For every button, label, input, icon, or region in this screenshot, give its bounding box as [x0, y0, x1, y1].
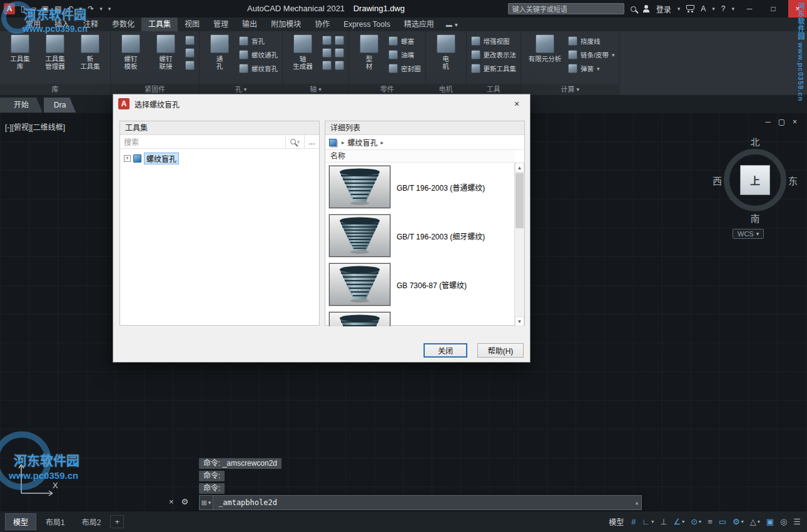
- help-dropdown-icon[interactable]: ▾: [731, 6, 734, 12]
- selection-cycling-icon[interactable]: ▭: [719, 517, 726, 526]
- drawing-minimize-icon[interactable]: ─: [765, 118, 771, 126]
- shaft-tool-icon-6[interactable]: [335, 61, 344, 70]
- start-tab[interactable]: 开始: [0, 98, 43, 113]
- tab-addins[interactable]: 附加模块: [264, 18, 308, 31]
- breadcrumb-arrow-icon[interactable]: ▸: [381, 139, 384, 146]
- workspace-gear-icon[interactable]: ⚙▾: [733, 517, 744, 526]
- toolset-search-button[interactable]: ▾: [285, 135, 304, 148]
- redo-dropdown-icon[interactable]: ▾: [99, 6, 103, 12]
- scrollbar-thumb[interactable]: [515, 173, 524, 228]
- layout-tab-2[interactable]: 布局2: [74, 514, 109, 529]
- annotation-scale-icon[interactable]: △▾: [750, 517, 760, 526]
- tree-item-tapped-blind-hole[interactable]: + 螺纹盲孔: [124, 153, 315, 164]
- undo-icon[interactable]: ↶: [68, 4, 74, 13]
- drawing-tab[interactable]: Dra: [44, 98, 76, 113]
- tab-output[interactable]: 输出: [235, 18, 264, 31]
- list-item[interactable]: GB/T 196-2003 (普通螺纹): [325, 163, 524, 211]
- fastener-tool-icon-1[interactable]: [185, 36, 195, 45]
- breadcrumb-arrow-icon[interactable]: ▸: [342, 139, 345, 146]
- dialog-titlebar[interactable]: A 选择螺纹盲孔 ×: [113, 94, 530, 113]
- help-button[interactable]: 帮助(H): [477, 343, 524, 358]
- drawing-close-icon[interactable]: ×: [793, 118, 797, 126]
- list-item[interactable]: GB 7306-87 (管螺纹): [325, 260, 524, 309]
- viewcube-west-label[interactable]: 西: [713, 174, 722, 187]
- column-header-name[interactable]: 名称: [325, 150, 514, 163]
- panel-label-library[interactable]: 库: [0, 84, 110, 95]
- signin-dropdown-icon[interactable]: ▾: [678, 6, 681, 12]
- chains-belts-dropdown-icon[interactable]: ▾: [612, 52, 615, 58]
- tab-view[interactable]: 视图: [178, 18, 206, 31]
- shaft-tool-icon-2[interactable]: [335, 36, 344, 45]
- shaft-tool-icon-1[interactable]: [322, 36, 332, 45]
- tab-home[interactable]: 常用: [19, 18, 48, 31]
- springs-button[interactable]: 弹簧 ▾: [568, 63, 614, 74]
- lubricator-button[interactable]: 油嘴: [388, 49, 421, 60]
- command-scroll-icon[interactable]: ▴: [632, 499, 641, 506]
- layout-tab-model[interactable]: 模型: [5, 513, 36, 530]
- tapped-blind-hole-button[interactable]: 螺纹盲孔: [239, 63, 278, 74]
- shaft-generator-button[interactable]: 轴 生成器: [287, 34, 318, 70]
- fastener-tool-icon-3[interactable]: [185, 61, 195, 70]
- wcs-menu[interactable]: WCS ▾: [733, 229, 764, 239]
- new-toolset-button[interactable]: 新 工具集: [74, 34, 106, 70]
- breadcrumb-item[interactable]: 螺纹盲孔: [348, 137, 378, 148]
- dialog-close-icon[interactable]: ×: [507, 97, 526, 111]
- blind-hole-button[interactable]: 盲孔: [239, 36, 278, 46]
- panel-holes-dropdown-icon[interactable]: ▾: [244, 84, 247, 94]
- tree-item-label[interactable]: 螺纹盲孔: [144, 153, 179, 164]
- ribbon-display-dropdown-icon[interactable]: ▾: [455, 21, 458, 28]
- maximize-button[interactable]: □: [764, 0, 782, 18]
- panel-shaft-dropdown-icon[interactable]: ▾: [318, 84, 322, 94]
- viewcube-south-label[interactable]: 南: [750, 211, 759, 224]
- command-customize-icon[interactable]: ⚙: [181, 497, 189, 506]
- appstore-dropdown-icon[interactable]: ▾: [712, 6, 715, 12]
- motor-button[interactable]: 电 机: [430, 34, 462, 70]
- screw-connection-button[interactable]: 螺钉 联接: [150, 34, 181, 70]
- new-layout-button[interactable]: +: [110, 515, 124, 528]
- command-input[interactable]: _amtapbhole2d: [218, 498, 277, 507]
- update-toolset-button[interactable]: 更新工具集: [471, 63, 517, 74]
- qat-customize-icon[interactable]: ▾: [108, 6, 111, 12]
- close-button[interactable]: ×: [788, 0, 807, 18]
- command-line[interactable]: ⊞ ▾ _amtapbhole2d ▴: [199, 495, 642, 510]
- tab-annotate[interactable]: 注释: [76, 18, 105, 31]
- toolset-library-button[interactable]: 工具集 库: [4, 34, 36, 70]
- plot-icon[interactable]: ▤: [54, 4, 61, 13]
- tab-featured-apps[interactable]: 精选应用: [397, 18, 441, 31]
- open-icon[interactable]: ▱: [31, 4, 36, 13]
- ortho-icon[interactable]: ⊥: [660, 517, 667, 526]
- seal-button[interactable]: 密封圈: [388, 63, 421, 74]
- shaft-tool-icon-3[interactable]: [322, 48, 332, 58]
- deflection-line-button[interactable]: 挠度线: [568, 36, 614, 46]
- undo-dropdown-icon[interactable]: ▾: [79, 6, 83, 12]
- tab-toolsets[interactable]: 工具集: [141, 18, 178, 31]
- viewcube-east-label[interactable]: 东: [788, 174, 798, 187]
- viewcube-top-face[interactable]: 上: [740, 165, 770, 195]
- appstore-icon[interactable]: A: [701, 4, 706, 13]
- tree-expand-icon[interactable]: +: [124, 155, 131, 162]
- fastener-tool-icon-2[interactable]: [185, 48, 195, 58]
- profiles-button[interactable]: 型 材: [353, 34, 385, 70]
- through-hole-button[interactable]: 通 孔: [204, 34, 235, 70]
- redo-icon[interactable]: ↷: [88, 4, 94, 13]
- scroll-up-icon[interactable]: ▲: [515, 163, 524, 173]
- command-close-icon[interactable]: ×: [169, 497, 174, 506]
- chains-belts-button[interactable]: 链条/皮带 ▾: [568, 49, 614, 60]
- viewcube-north-label[interactable]: 北: [750, 135, 759, 148]
- store-cart-icon[interactable]: [686, 5, 694, 10]
- help-icon[interactable]: ?: [721, 4, 726, 13]
- toolset-search-input[interactable]: 搜索: [120, 136, 285, 147]
- browse-more-button[interactable]: ...: [304, 135, 319, 148]
- shaft-tool-icon-4[interactable]: [335, 48, 344, 58]
- new-icon[interactable]: ▯: [21, 4, 25, 13]
- viewcube[interactable]: 北 西 东 上 南 WCS ▾: [718, 138, 793, 244]
- hardware-accel-icon[interactable]: ▣: [766, 517, 774, 526]
- signin-button[interactable]: 登录: [656, 4, 671, 14]
- grid-icon[interactable]: #: [631, 517, 636, 526]
- fea-button[interactable]: 有限元分析: [525, 34, 564, 63]
- model-space-label[interactable]: 模型: [609, 516, 624, 527]
- help-search-input[interactable]: 键入关键字或短语: [508, 3, 624, 14]
- toolset-manager-button[interactable]: 工具集 管理器: [39, 34, 71, 70]
- springs-dropdown-icon[interactable]: ▾: [597, 66, 600, 72]
- tab-collaborate[interactable]: 协作: [308, 18, 337, 31]
